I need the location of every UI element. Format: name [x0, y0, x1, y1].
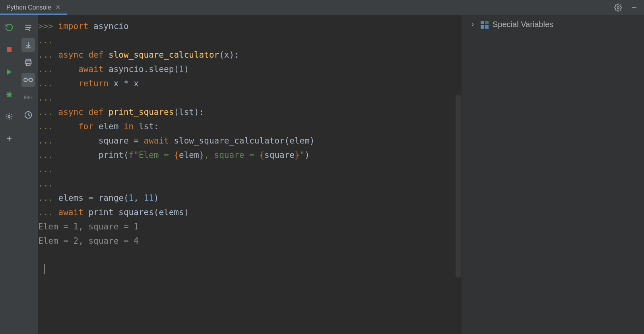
svg-line-8 [7, 92, 8, 93]
svg-line-11 [10, 96, 12, 97]
variables-grid-icon [481, 21, 489, 29]
softwrap-icon[interactable] [21, 21, 35, 34]
gear-icon[interactable] [614, 3, 623, 12]
history-icon[interactable] [21, 108, 35, 122]
gutter-secondary [18, 15, 38, 334]
svg-point-23 [24, 78, 27, 82]
rerun-icon[interactable] [2, 21, 16, 34]
tab-title: Python Console [6, 4, 51, 11]
print-icon[interactable] [21, 56, 35, 69]
svg-marker-3 [7, 69, 12, 74]
gutter-primary [0, 15, 18, 334]
add-icon[interactable] [2, 132, 16, 146]
special-variables-node[interactable]: Special Variables [469, 20, 637, 29]
variables-panel: Special Variables [461, 15, 644, 334]
svg-point-0 [617, 6, 619, 8]
svg-rect-2 [7, 47, 12, 52]
svg-marker-27 [27, 95, 30, 99]
svg-marker-26 [24, 95, 27, 99]
run-icon[interactable] [2, 65, 16, 79]
stop-icon[interactable] [2, 43, 16, 56]
continue-icon[interactable] [21, 91, 35, 104]
glasses-icon[interactable] [21, 73, 35, 87]
svg-point-24 [29, 78, 33, 82]
console-editor[interactable]: >>> import asyncio... ... async def slow… [38, 15, 461, 334]
scroll-to-end-icon[interactable] [21, 38, 35, 52]
special-variables-label: Special Variables [493, 20, 553, 29]
svg-line-9 [10, 92, 12, 93]
svg-marker-28 [31, 95, 33, 99]
scrollbar-vertical[interactable] [456, 95, 461, 278]
close-icon[interactable]: ✕ [55, 4, 60, 11]
chevron-right-icon [469, 21, 477, 29]
minimize-icon[interactable] [630, 3, 638, 12]
svg-point-12 [8, 116, 10, 118]
settings-icon[interactable] [2, 110, 16, 123]
debug-icon[interactable] [2, 87, 16, 101]
main-area: >>> import asyncio... ... async def slow… [0, 15, 644, 334]
svg-line-10 [7, 96, 8, 97]
tab-python-console[interactable]: Python Console ✕ [0, 0, 67, 15]
tabbar: Python Console ✕ [0, 0, 644, 15]
